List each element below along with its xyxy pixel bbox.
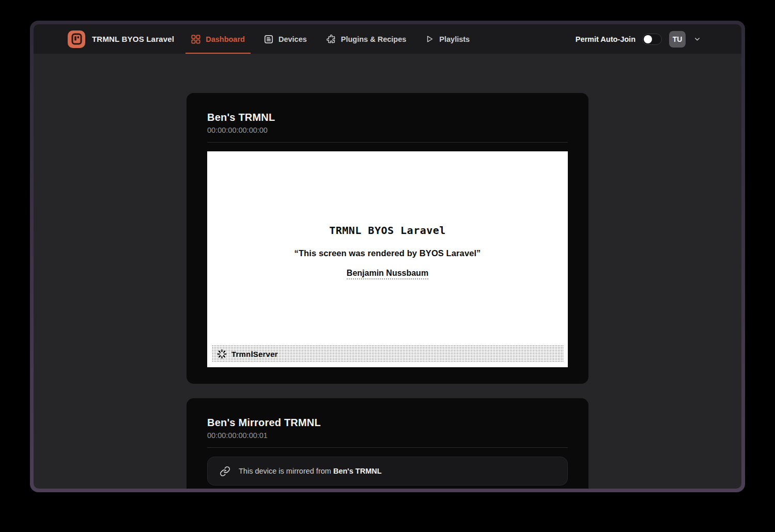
trmnl-logo-icon [68, 30, 85, 48]
chevron-down-icon [693, 35, 701, 43]
app-window: TRMNL BYOS Laravel Dashboard [30, 21, 745, 492]
device-name: Ben's TRMNL [207, 112, 568, 123]
screen-author: Benjamin Nussbaum [347, 269, 428, 279]
screen-statusbar: TrmnlServer [212, 345, 563, 363]
permit-auto-join-label: Permit Auto-Join [576, 35, 636, 43]
user-avatar[interactable]: TU [669, 31, 686, 48]
link-icon [220, 466, 230, 477]
app-window-inner: TRMNL BYOS Laravel Dashboard [34, 24, 741, 489]
mirror-notice: This device is mirrored from Ben's TRMNL [207, 457, 568, 486]
user-menu-button[interactable] [693, 35, 701, 43]
dashboard-content: Ben's TRMNL 00:00:00:00:00:00 TRMNL BYOS… [34, 54, 741, 489]
tab-devices-label: Devices [278, 35, 307, 43]
mirror-source-device: Ben's TRMNL [333, 467, 382, 475]
eink-screen-preview: TRMNL BYOS Laravel “This screen was rend… [207, 151, 568, 367]
puzzle-piece-icon [326, 34, 336, 44]
top-navbar: TRMNL BYOS Laravel Dashboard [34, 24, 741, 54]
screen-subtitle: “This screen was rendered by BYOS Larave… [295, 248, 481, 258]
primary-nav: Dashboard Devices [185, 24, 483, 54]
device-mac-address: 00:00:00:00:00:01 [207, 431, 568, 440]
tab-plugins-recipes[interactable]: Plugins & Recipes [320, 24, 412, 54]
tab-dashboard-label: Dashboard [206, 35, 245, 43]
brand-name: TRMNL BYOS Laravel [92, 35, 174, 43]
toggle-knob [644, 35, 652, 43]
card-divider [207, 447, 568, 448]
card-divider [207, 142, 568, 143]
tab-plugins-recipes-label: Plugins & Recipes [341, 35, 407, 43]
tab-playlists[interactable]: Playlists [420, 24, 475, 54]
tab-playlists-label: Playlists [439, 35, 470, 43]
navbar-right-group: Permit Auto-Join TU [576, 24, 701, 54]
screen-title: TRMNL BYOS Laravel [329, 224, 446, 237]
device-list-icon [264, 35, 273, 44]
device-mac-address: 00:00:00:00:00:00 [207, 126, 568, 134]
device-card-bens-trmnl: Ben's TRMNL 00:00:00:00:00:00 TRMNL BYOS… [187, 93, 588, 384]
statusbar-label: TrmnlServer [231, 350, 278, 358]
device-name: Ben's Mirrored TRMNL [207, 417, 568, 429]
mirror-notice-text: This device is mirrored from Ben's TRMNL [239, 467, 382, 475]
permit-auto-join-toggle[interactable] [642, 34, 662, 45]
spinner-icon [217, 349, 227, 359]
play-icon [425, 35, 434, 43]
mirror-notice-prefix: This device is mirrored from [239, 467, 333, 475]
device-card-bens-mirrored-trmnl: Ben's Mirrored TRMNL 00:00:00:00:00:01 T… [187, 398, 588, 489]
dashboard-grid-icon [191, 35, 200, 44]
tab-devices[interactable]: Devices [258, 24, 313, 54]
tab-dashboard[interactable]: Dashboard [185, 24, 251, 54]
brand-home-link[interactable]: TRMNL BYOS Laravel [68, 24, 174, 54]
